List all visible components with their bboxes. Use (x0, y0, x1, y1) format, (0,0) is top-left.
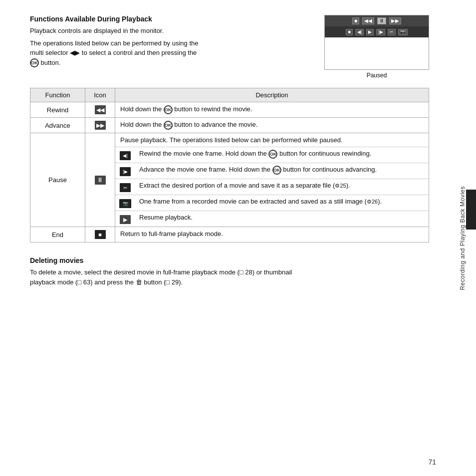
sub-desc-resume: Resume playback. (135, 211, 429, 227)
section1-title: Functions Available During Playback (30, 15, 309, 23)
table-row-pause: Pause ⏸ Pause playback. The operations l… (30, 133, 429, 227)
sub-icon-rewind-frame: ◀| (115, 147, 135, 163)
col-header-icon: Icon (85, 88, 115, 102)
sub-table-row: ◀| Rewind the movie one frame. Hold down… (115, 147, 429, 163)
prev-frame-btn: ◀| (355, 29, 364, 35)
desc-pause: Pause playback. The operations listed be… (115, 133, 429, 227)
table-row: Advance ▶▶ Hold down the OK button to ad… (30, 118, 429, 133)
play-btn: ▶ (366, 29, 374, 35)
resume-icon: ▶ (120, 215, 131, 224)
pause-top-desc: Pause playback. The operations listed be… (115, 133, 429, 147)
desc-advance: Hold down the OK button to advance the m… (115, 118, 429, 133)
table-row: Rewind ◀◀ Hold down the OK button to rew… (30, 102, 429, 118)
main-content: Functions Available During Playback Play… (0, 0, 449, 304)
sub-desc-advance-frame: Advance the movie one frame. Hold down t… (135, 163, 429, 179)
cut-btn: ✂ (388, 29, 396, 35)
functions-table: Function Icon Description Rewind ◀◀ Hold… (30, 88, 429, 242)
func-rewind: Rewind (30, 102, 85, 118)
icon-end: ■ (85, 227, 115, 242)
sub-desc-still: One frame from a recorded movie can be e… (135, 195, 429, 211)
table-row: End ■ Return to full-frame playback mode… (30, 227, 429, 242)
stop-btn: ■ (352, 17, 359, 24)
fforward-btn: ▶▶ (389, 17, 401, 24)
page-number: 71 (428, 458, 436, 466)
sub-table-row: ✂ Extract the desired portion of a movie… (115, 179, 429, 195)
sub-desc-extract: Extract the desired portion of a movie a… (135, 179, 429, 195)
monitor-top-bar: ■ ◀◀ ⏸ ▶▶ (325, 15, 429, 26)
sidebar: Recording and Playing Back Movies (449, 0, 476, 476)
icon-pause: ⏸ (85, 133, 115, 227)
stop-btn2: ■ (346, 29, 352, 35)
text-block: Functions Available During Playback Play… (30, 15, 309, 70)
rewind-frame-icon: ◀| (120, 151, 131, 160)
sub-desc-rewind-frame: Rewind the movie one frame. Hold down th… (135, 147, 429, 163)
pause-btn-active: ⏸ (377, 17, 386, 24)
func-end: End (30, 227, 85, 242)
monitor-bottom-bar: ■ ◀| ▶ |▶ ✂ 📷 (325, 26, 429, 37)
ok-icon-1: OK (164, 105, 173, 114)
intro1: Playback controls are displayed in the m… (30, 26, 309, 36)
top-area: Functions Available During Playback Play… (30, 15, 429, 79)
ref-26: ⚙26 (367, 199, 378, 205)
monitor-area: ■ ◀◀ ⏸ ▶▶ ■ ◀| ▶ |▶ ✂ 📷 Paused (324, 15, 429, 79)
section2-title: Deleting movies (30, 256, 429, 264)
sidebar-black-tab (466, 190, 476, 230)
sub-icon-still: 📷 (115, 195, 135, 211)
func-pause: Pause (30, 133, 85, 227)
icon-rewind: ◀◀ (85, 102, 115, 118)
ref-25: ⚙25 (335, 183, 346, 189)
deleting-section: Deleting movies To delete a movie, selec… (30, 256, 429, 287)
end-icon-box: ■ (95, 230, 106, 239)
extract-icon: ✂ (120, 183, 131, 192)
monitor-image: ■ ◀◀ ⏸ ▶▶ ■ ◀| ▶ |▶ ✂ 📷 (324, 15, 429, 70)
ok-icon-2: OK (164, 121, 173, 130)
ok-icon-4: OK (272, 166, 281, 175)
pause-icon-box: ⏸ (95, 176, 106, 185)
intro2: The operations listed below can be perfo… (30, 38, 309, 68)
rewind-icon-box: ◀◀ (95, 105, 106, 114)
icon-advance: ▶▶ (85, 118, 115, 133)
next-frame-btn: |▶ (376, 29, 385, 35)
col-header-description: Description (115, 88, 429, 102)
rewind-btn: ◀◀ (362, 17, 374, 24)
sub-table-row: ▶ Resume playback. (115, 211, 429, 227)
sidebar-text: Recording and Playing Back Movies (459, 186, 466, 290)
ok-icon-3: OK (268, 150, 277, 159)
pause-sub-table: ◀| Rewind the movie one frame. Hold down… (115, 147, 429, 227)
ok-icon-intro: OK (30, 58, 39, 67)
sub-icon-extract: ✂ (115, 179, 135, 195)
sub-table-row: |▶ Advance the movie one frame. Hold dow… (115, 163, 429, 179)
sub-icon-advance-frame: |▶ (115, 163, 135, 179)
col-header-function: Function (30, 88, 85, 102)
table-header-row: Function Icon Description (30, 88, 429, 102)
sub-table-row: 📷 One frame from a recorded movie can be… (115, 195, 429, 211)
paused-label: Paused (367, 72, 387, 79)
still-icon: 📷 (119, 199, 131, 208)
desc-end: Return to full-frame playback mode. (115, 227, 429, 242)
section2-text: To delete a movie, select the desired mo… (30, 267, 429, 287)
photo-btn: 📷 (398, 29, 408, 35)
sub-icon-resume: ▶ (115, 211, 135, 227)
advance-frame-icon: |▶ (120, 167, 131, 176)
func-advance: Advance (30, 118, 85, 133)
advance-icon-box: ▶▶ (95, 121, 106, 130)
desc-rewind: Hold down the OK button to rewind the mo… (115, 102, 429, 118)
